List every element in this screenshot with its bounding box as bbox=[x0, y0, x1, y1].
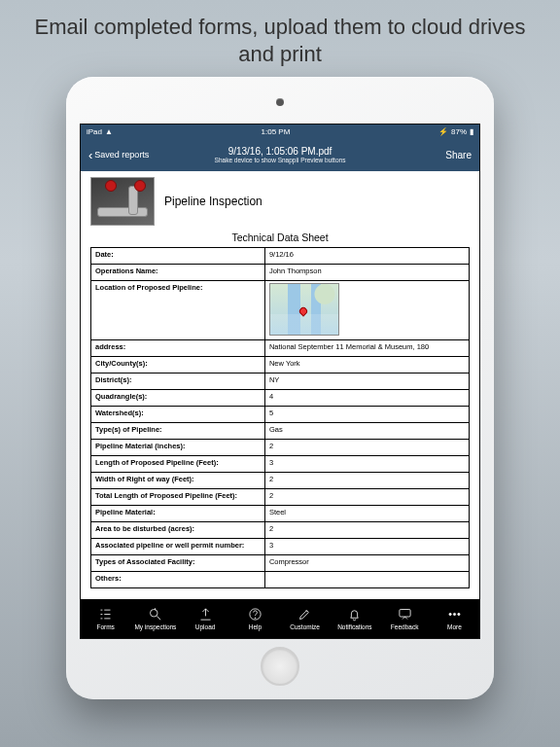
field-value: Compressor bbox=[264, 555, 469, 572]
device-screen: iPad ▲ 1:05 PM ⚡ 87% ▮ ‹ Saved reports 9… bbox=[80, 124, 480, 639]
table-row: Operations Name:John Thompson bbox=[91, 265, 470, 281]
field-label: address: bbox=[91, 340, 265, 357]
tab-label: Upload bbox=[195, 623, 216, 630]
table-row: Types of Associated Facility:Compressor bbox=[91, 555, 470, 572]
field-label: Types of Associated Facility: bbox=[91, 555, 265, 572]
wifi-icon: ▲ bbox=[105, 127, 113, 136]
svg-rect-3 bbox=[400, 610, 410, 618]
table-row: Pipeline Material (inches):2 bbox=[91, 440, 470, 456]
table-row: Watershed(s):5 bbox=[91, 407, 470, 423]
table-row: Type(s) of Pipeline:Gas bbox=[91, 423, 470, 440]
table-row: address:National September 11 Memorial &… bbox=[91, 340, 470, 357]
field-value: 2 bbox=[264, 473, 469, 489]
table-row: Area to be disturbed (acres):2 bbox=[91, 522, 470, 539]
tab-more[interactable]: More bbox=[430, 599, 479, 638]
back-label: Saved reports bbox=[94, 150, 149, 160]
home-button[interactable] bbox=[261, 647, 299, 686]
tab-upload[interactable]: Upload bbox=[181, 599, 230, 638]
tab-help[interactable]: Help bbox=[230, 599, 280, 638]
device-camera bbox=[276, 98, 284, 106]
field-label: Others: bbox=[91, 572, 265, 588]
field-label: Operations Name: bbox=[91, 265, 265, 281]
field-value: 2 bbox=[264, 522, 469, 539]
table-row: Width of Right of way (Feet):2 bbox=[91, 473, 470, 489]
back-button[interactable]: ‹ Saved reports bbox=[88, 149, 149, 161]
field-label: Area to be disturbed (acres): bbox=[91, 522, 265, 539]
field-label: Location of Proposed Pipeline: bbox=[91, 281, 265, 340]
promo-headline: Email completed forms, upload them to cl… bbox=[0, 0, 560, 73]
document-viewport[interactable]: Pipeline Inspection Technical Data Sheet… bbox=[81, 171, 479, 599]
battery-percent: 87% bbox=[451, 127, 467, 136]
svg-point-5 bbox=[453, 613, 455, 615]
tab-forms[interactable]: Forms bbox=[81, 599, 130, 638]
field-label: Date: bbox=[91, 248, 265, 265]
field-label: Associated pipeline or well permit numbe… bbox=[91, 539, 265, 555]
table-row: Date:9/12/16 bbox=[91, 248, 470, 265]
field-value: National September 11 Memorial & Museum,… bbox=[264, 340, 469, 357]
field-value: 2 bbox=[264, 489, 469, 506]
field-value: 9/12/16 bbox=[264, 248, 469, 265]
tab-my-inspections[interactable]: My inspections bbox=[130, 599, 180, 638]
tab-label: My inspections bbox=[134, 623, 176, 630]
field-label: Length of Proposed Pipeline (Feet): bbox=[91, 456, 265, 473]
field-value bbox=[264, 281, 469, 340]
chevron-left-icon: ‹ bbox=[88, 149, 92, 161]
field-label: City/County(s): bbox=[91, 357, 265, 374]
table-row: Length of Proposed Pipeline (Feet):3 bbox=[91, 456, 470, 473]
form-thumbnail bbox=[90, 177, 155, 226]
tab-label: Forms bbox=[96, 623, 114, 630]
svg-point-4 bbox=[449, 613, 451, 615]
field-value: 2 bbox=[264, 440, 469, 456]
field-label: Pipeline Material (inches): bbox=[91, 440, 265, 456]
status-bar: iPad ▲ 1:05 PM ⚡ 87% ▮ bbox=[81, 124, 479, 138]
table-row: Quadrangle(s):4 bbox=[91, 390, 470, 407]
field-label: Quadrangle(s): bbox=[91, 390, 265, 407]
map-thumbnail bbox=[269, 283, 339, 336]
table-row: District(s):NY bbox=[91, 374, 470, 390]
field-label: Width of Right of way (Feet): bbox=[91, 473, 265, 489]
tab-label: More bbox=[447, 623, 462, 630]
device-frame: iPad ▲ 1:05 PM ⚡ 87% ▮ ‹ Saved reports 9… bbox=[66, 77, 494, 699]
nav-bar: ‹ Saved reports 9/13/16, 1:05:06 PM.pdf … bbox=[81, 138, 479, 171]
table-row: Pipeline Material:Steel bbox=[91, 506, 470, 522]
field-label: Watershed(s): bbox=[91, 407, 265, 423]
tab-label: Notifications bbox=[337, 623, 371, 630]
field-value bbox=[264, 572, 469, 588]
tab-customize[interactable]: Customize bbox=[280, 599, 330, 638]
carrier-label: iPad bbox=[87, 127, 102, 136]
svg-point-2 bbox=[255, 618, 256, 619]
charging-icon: ⚡ bbox=[438, 127, 448, 136]
table-row: Others: bbox=[91, 572, 470, 588]
clock: 1:05 PM bbox=[262, 127, 291, 136]
battery-icon: ▮ bbox=[470, 127, 473, 136]
share-button[interactable]: Share bbox=[445, 150, 472, 160]
svg-point-6 bbox=[458, 613, 460, 615]
table-row: Total Length of Proposed Pipeline (Feet)… bbox=[91, 489, 470, 506]
field-label: Total Length of Proposed Pipeline (Feet)… bbox=[91, 489, 265, 506]
tab-bar: FormsMy inspectionsUploadHelpCustomizeNo… bbox=[81, 599, 479, 638]
field-value: New York bbox=[264, 357, 469, 374]
table-row: Associated pipeline or well permit numbe… bbox=[91, 539, 470, 555]
tab-label: Feedback bbox=[391, 623, 419, 630]
form-title: Pipeline Inspection bbox=[164, 195, 262, 208]
field-value: 3 bbox=[264, 539, 469, 555]
field-value: 4 bbox=[264, 390, 469, 407]
tab-label: Help bbox=[249, 623, 262, 630]
svg-point-0 bbox=[151, 610, 158, 618]
sheet-title: Technical Data Sheet bbox=[90, 231, 470, 243]
table-row: City/County(s):New York bbox=[91, 357, 470, 374]
field-value: 3 bbox=[264, 456, 469, 473]
field-value: John Thompson bbox=[264, 265, 469, 281]
tab-label: Customize bbox=[290, 623, 320, 630]
field-value: 5 bbox=[264, 407, 469, 423]
field-value: Gas bbox=[264, 423, 469, 440]
tab-notifications[interactable]: Notifications bbox=[330, 599, 379, 638]
data-table: Date:9/12/16Operations Name:John Thompso… bbox=[90, 247, 470, 588]
field-label: District(s): bbox=[91, 374, 265, 390]
field-label: Type(s) of Pipeline: bbox=[91, 423, 265, 440]
field-value: NY bbox=[264, 374, 469, 390]
tab-feedback[interactable]: Feedback bbox=[380, 599, 430, 638]
field-label: Pipeline Material: bbox=[91, 506, 265, 522]
table-row: Location of Proposed Pipeline: bbox=[91, 281, 470, 340]
field-value: Steel bbox=[264, 506, 469, 522]
